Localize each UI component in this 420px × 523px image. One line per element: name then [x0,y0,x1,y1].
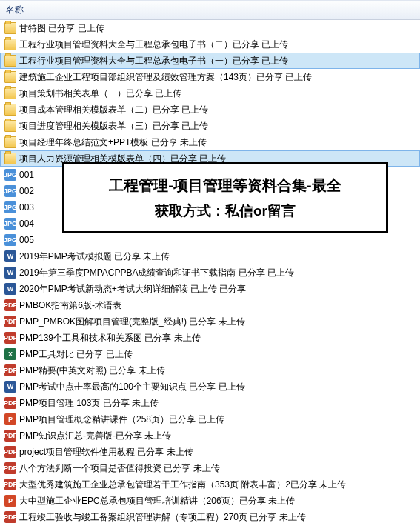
folder-icon [4,153,16,164]
file-row[interactable]: 项目进度管理相关模版表单（三）已分享 已上传 [0,118,420,134]
file-name-label: 建筑施工企业工程项目部组织管理及绩效管理方案（143页）已分享 已上传 [19,70,312,84]
file-name-label: 2019年PMP考试模拟题 已分享 未上传 [19,250,170,263]
doc-icon: W [4,381,16,393]
file-name-label: 2020年PMP考试新动态+考试大纲详细解读 已上传 已分享 [19,282,246,296]
file-name-label: 八个方法判断一个项目是否值得投资 已分享 未上传 [19,462,220,475]
file-row[interactable]: 甘特图 已分享 已上传 [0,20,420,36]
file-row[interactable]: W2020年PMP考试新动态+考试大纲详细解读 已上传 已分享 [0,281,420,297]
file-row[interactable]: 建筑施工企业工程项目部组织管理及绩效管理方案（143页）已分享 已上传 [0,69,420,85]
file-name-label: PMP工具对比 已分享 已上传 [19,347,133,361]
file-row[interactable]: WPMP考试中点击率最高的100个主要知识点 已分享 已上传 [0,379,420,395]
file-list: 甘特图 已分享 已上传工程行业项目管理资料大全与工程总承包电子书（二）已分享 已… [0,20,420,523]
file-explorer: 名称 甘特图 已分享 已上传工程行业项目管理资料大全与工程总承包电子书（二）已分… [0,0,420,523]
file-row[interactable]: PDFPMP知识点汇总-完善版-已分享 未上传 [0,427,420,444]
pdf-icon: PDF [4,332,16,344]
overlay-banner: 工程管理-项目管理等资料合集-最全 获取方式：私信or留言 [62,162,388,233]
file-name-label: 项目成本管理相关模版表单（二）已分享 已上传 [19,103,208,116]
file-name-label: 甘特图 已分享 已上传 [19,21,104,35]
file-name-label: PMP139个工具和技术和关系图 已分享 未上传 [19,331,201,344]
pdf-icon: PDF [4,479,16,490]
file-name-label: 项目策划书相关表单（一）已分享 已上传 [19,87,181,100]
folder-icon [4,136,16,148]
column-header[interactable]: 名称 [0,0,420,20]
file-name-label: 002 [19,184,34,198]
pdf-icon: PDF [4,462,16,474]
file-name-label: 004 [19,217,34,230]
file-row[interactable]: 工程行业项目管理资料大全与工程总承包电子书（二）已分享 已上传 [0,36,420,53]
file-row[interactable]: PDFPMP精要(中英文对照) 已分享 未上传 [0,362,420,379]
jpg-icon: JPG [4,234,16,246]
folder-icon [4,71,16,83]
pdf-icon: PDF [4,397,16,409]
file-name-label: 001 [19,168,34,181]
file-row[interactable]: PDFPMBOK指南第6版-术语表 [0,297,420,313]
overlay-line1: 工程管理-项目管理等资料合集-最全 [78,172,373,199]
folder-icon [4,120,16,132]
file-row[interactable]: W2019年PMP考试模拟题 已分享 未上传 [0,248,420,264]
column-name-label: 名称 [6,4,24,15]
jpg-icon: JPG [4,201,16,213]
file-row[interactable]: PDFPMP_PMBOK图解项目管理(完整版_经典!) 已分享 未上传 [0,313,420,330]
pdf-icon: PDF [4,316,16,327]
folder-icon [4,22,16,34]
file-row[interactable]: PDFPMP139个工具和技术和关系图 已分享 未上传 [0,330,420,346]
doc-icon: W [4,267,16,279]
file-name-label: 003 [19,201,34,214]
pdf-icon: PDF [4,364,16,376]
file-name-label: PMP知识点汇总-完善版-已分享 未上传 [19,429,171,442]
pdf-icon: PDF [4,446,16,458]
jpg-icon: JPG [4,218,16,230]
file-name-label: 项目经理年终总结范文+PPT模板 已分享 未上传 [19,136,207,149]
file-name-label: 大中型施工企业EPC总承包项目管理培训精讲（206页）已分享 未上传 [19,494,295,507]
file-row[interactable]: PDFproject项目管理软件使用教程 已分享 未上传 [0,444,420,460]
folder-icon [4,55,16,67]
file-name-label: PMBOK指南第6版-术语表 [19,299,121,312]
pdf-icon: PDF [4,511,16,523]
file-name-label: 2019年第三季度PMPACPPBA成绩查询和证书下载指南 已分享 已上传 [19,266,294,279]
file-name-label: 工程行业项目管理资料大全与工程总承包电子书（二）已分享 已上传 [19,38,288,51]
doc-icon: W [4,250,16,262]
file-row[interactable]: XPMP工具对比 已分享 已上传 [0,346,420,362]
file-row[interactable]: P大中型施工企业EPC总承包项目管理培训精讲（206页）已分享 未上传 [0,493,420,509]
overlay-line2: 获取方式：私信or留言 [78,199,373,224]
file-name-label: project项目管理软件使用教程 已分享 未上传 [19,445,193,459]
file-row[interactable]: PDF八个方法判断一个项目是否值得投资 已分享 未上传 [0,460,420,476]
pdf-icon: PDF [4,430,16,442]
file-row[interactable]: W2019年第三季度PMPACPPBA成绩查询和证书下载指南 已分享 已上传 [0,264,420,281]
file-row[interactable]: 工程行业项目管理资料大全与工程总承包电子书（一）已分享 已上传 [0,53,420,69]
ppt-icon: P [4,413,16,425]
doc-icon: W [4,283,16,295]
file-row[interactable]: PPMP项目管理概念精讲课件（258页）已分享 已上传 [0,411,420,427]
file-name-label: 工程竣工验收与竣工备案组织管理讲解（专项工程）270页 已分享 未上传 [19,510,306,523]
ppt-icon: P [4,495,16,507]
jpg-icon: JPG [4,169,16,181]
pdf-icon: PDF [4,299,16,311]
file-row[interactable]: JPG005 [0,232,420,248]
file-row[interactable]: 项目经理年终总结范文+PPT模板 已分享 未上传 [0,134,420,150]
file-name-label: 大型优秀建筑施工企业总承包管理若干工作指南（353页 附表丰富）2已分享 未上传 [19,478,346,491]
file-name-label: 005 [19,233,34,247]
file-name-label: PMP_PMBOK图解项目管理(完整版_经典!) 已分享 未上传 [19,315,245,328]
folder-icon [4,39,16,50]
file-name-label: PMP项目管理 103页 已分享 未上传 [19,396,159,410]
file-name-label: 工程行业项目管理资料大全与工程总承包电子书（一）已分享 已上传 [19,54,288,67]
file-row[interactable]: PDFPMP项目管理 103页 已分享 未上传 [0,395,420,411]
xls-icon: X [4,348,16,360]
file-name-label: 项目进度管理相关模版表单（三）已分享 已上传 [19,119,208,133]
file-name-label: PMP考试中点击率最高的100个主要知识点 已分享 已上传 [19,380,245,393]
file-row[interactable]: PDF大型优秀建筑施工企业总承包管理若干工作指南（353页 附表丰富）2已分享 … [0,476,420,493]
jpg-icon: JPG [4,185,16,197]
file-row[interactable]: PDF工程竣工验收与竣工备案组织管理讲解（专项工程）270页 已分享 未上传 [0,509,420,523]
folder-icon [4,87,16,99]
folder-icon [4,104,16,116]
file-row[interactable]: 项目策划书相关表单（一）已分享 已上传 [0,85,420,101]
file-row[interactable]: 项目成本管理相关模版表单（二）已分享 已上传 [0,101,420,118]
file-name-label: PMP精要(中英文对照) 已分享 未上传 [19,364,165,377]
file-name-label: PMP项目管理概念精讲课件（258页）已分享 已上传 [19,413,224,426]
